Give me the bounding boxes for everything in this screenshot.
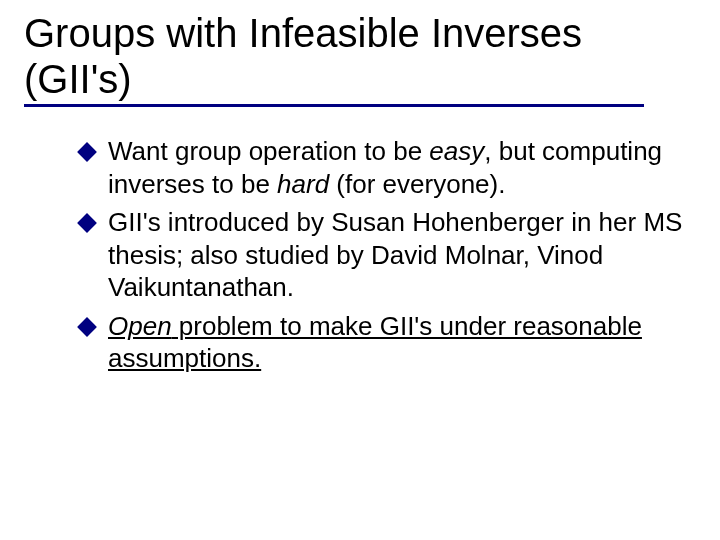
list-item: GII's introduced by Susan Hohenberger in…: [80, 206, 686, 304]
emphasis: hard: [277, 169, 329, 199]
list-item: Open problem to make GII's under reasona…: [80, 310, 686, 375]
text-fragment: Want group operation to be: [108, 136, 429, 166]
text-fragment: problem to make GII's under reasonable a…: [108, 311, 642, 374]
diamond-bullet-icon: [77, 142, 97, 162]
bullet-text: GII's introduced by Susan Hohenberger in…: [108, 206, 686, 304]
list-item: Want group operation to be easy, but com…: [80, 135, 686, 200]
emphasis: easy: [429, 136, 484, 166]
bullet-text: Open problem to make GII's under reasona…: [108, 310, 686, 375]
slide-title: Groups with Infeasible Inverses (GII's): [24, 10, 644, 102]
slide: Groups with Infeasible Inverses (GII's) …: [0, 0, 720, 401]
bullet-text: Want group operation to be easy, but com…: [108, 135, 686, 200]
underlined-text: Open problem to make GII's under reasona…: [108, 311, 642, 374]
title-underline: Groups with Infeasible Inverses (GII's): [24, 10, 644, 107]
diamond-bullet-icon: [77, 213, 97, 233]
text-fragment: (for everyone).: [329, 169, 505, 199]
emphasis: Open: [108, 311, 172, 341]
diamond-bullet-icon: [77, 317, 97, 337]
bullet-list: Want group operation to be easy, but com…: [80, 135, 686, 375]
